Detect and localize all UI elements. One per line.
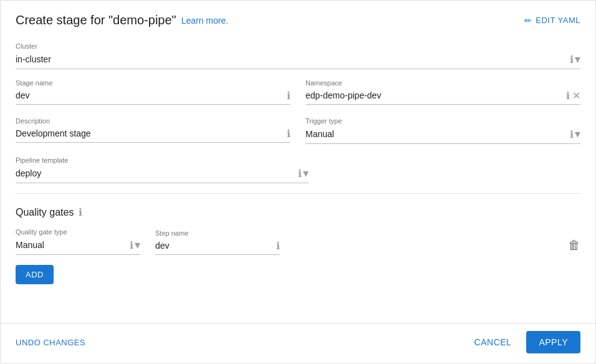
description-input-wrapper: ℹ [16,127,291,143]
gate-type-info-icon: ℹ [130,239,133,251]
pipeline-template-field: Pipeline template ℹ ▾ [16,156,309,183]
cluster-input[interactable] [16,53,567,65]
learn-more-link[interactable]: Learn more. [181,16,228,26]
gate-type-input-wrapper: ℹ ▾ [16,238,140,255]
edit-yaml-button[interactable]: ✏ EDIT YAML [524,16,580,26]
delete-gate-button[interactable]: 🗑 [568,238,580,255]
quality-gates-section: Quality gates ℹ Quality gate type ℹ ▾ St… [16,206,580,284]
cluster-label: Cluster [16,42,580,50]
pipeline-template-label: Pipeline template [16,156,309,164]
trigger-type-input-wrapper: ℹ ▾ [305,127,580,144]
description-input[interactable] [16,127,284,140]
stage-name-input[interactable] [16,89,284,102]
stage-name-input-wrapper: ℹ [16,89,291,105]
step-name-field: Step name ℹ [155,229,280,255]
step-name-label: Step name [155,229,280,237]
undo-changes-button[interactable]: UNDO CHANGES [16,338,85,347]
step-name-info-icon: ℹ [276,240,280,252]
gate-type-label: Quality gate type [16,228,140,236]
gate-type-dropdown-icon[interactable]: ▾ [135,238,140,252]
trigger-type-input[interactable] [305,128,567,140]
dialog-body: Cluster ℹ ▾ Stage name ℹ Namespace ℹ [1,37,595,318]
cluster-info-icon: ℹ [570,54,574,65]
pipeline-template-dropdown-icon[interactable]: ▾ [303,166,309,180]
pipeline-template-info-icon: ℹ [298,168,302,180]
stage-name-info-icon: ℹ [287,90,291,102]
footer-right: CANCEL APPLY [464,331,580,353]
footer-left: UNDO CHANGES [16,338,85,347]
quality-gate-row: Quality gate type ℹ ▾ Step name ℹ 🗑 [16,228,580,255]
dialog-title: Create stage for "demo-pipe" [16,13,176,27]
quality-gates-info-icon: ℹ [79,206,82,218]
namespace-clear-icon[interactable]: ✕ [572,90,580,102]
namespace-info-icon: ℹ [566,90,570,102]
dialog-header: Create stage for "demo-pipe" Learn more.… [1,1,595,37]
trigger-type-label: Trigger type [305,117,580,125]
pipeline-template-input[interactable] [16,167,296,180]
cluster-field: Cluster ℹ ▾ [16,42,580,69]
trigger-type-info-icon: ℹ [570,128,574,140]
description-field: Description ℹ [16,117,291,144]
section-divider [16,193,580,194]
namespace-input[interactable] [305,89,564,102]
stage-namespace-row: Stage name ℹ Namespace ℹ ✕ [16,79,580,115]
stage-name-label: Stage name [16,79,291,87]
add-button[interactable]: ADD [16,265,54,284]
apply-button[interactable]: APPLY [526,331,580,353]
cluster-dropdown-icon[interactable]: ▾ [575,52,580,66]
title-row: Create stage for "demo-pipe" Learn more. [16,13,228,27]
gate-type-input[interactable] [16,239,127,251]
cancel-button[interactable]: CANCEL [464,332,522,352]
quality-gates-title: Quality gates ℹ [16,206,580,218]
step-name-input[interactable] [155,239,274,252]
description-info-icon: ℹ [287,128,291,140]
dialog-footer: UNDO CHANGES CANCEL APPLY [1,323,595,363]
create-stage-dialog: Create stage for "demo-pipe" Learn more.… [0,0,596,364]
description-trigger-row: Description ℹ Trigger type ℹ ▾ [16,117,580,154]
pencil-icon: ✏ [524,16,532,26]
description-label: Description [16,117,291,125]
gate-type-field: Quality gate type ℹ ▾ [16,228,140,255]
namespace-label: Namespace [305,79,580,87]
step-name-input-wrapper: ℹ [155,239,280,255]
pipeline-template-input-wrapper: ℹ ▾ [16,166,309,183]
namespace-input-wrapper: ℹ ✕ [305,89,580,105]
trigger-type-dropdown-icon[interactable]: ▾ [575,127,580,141]
cluster-input-wrapper: ℹ ▾ [16,52,580,69]
namespace-field: Namespace ℹ ✕ [305,79,580,105]
trigger-type-field: Trigger type ℹ ▾ [305,117,580,144]
stage-name-field: Stage name ℹ [16,79,291,105]
